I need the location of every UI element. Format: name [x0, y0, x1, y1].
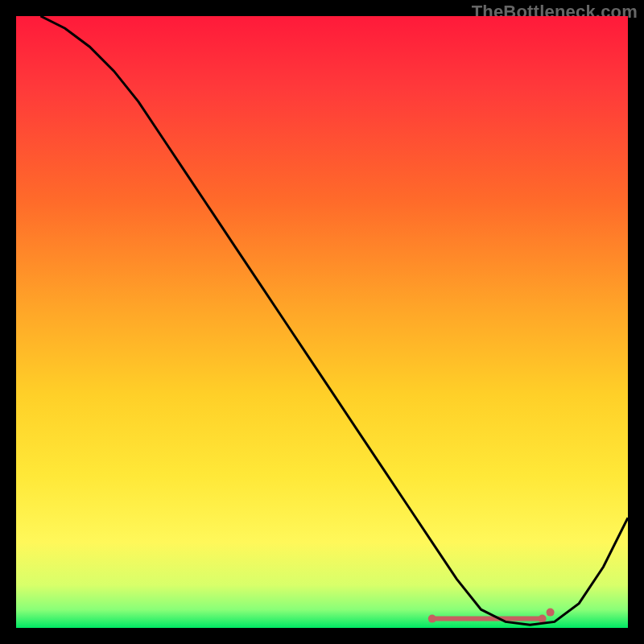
plot-area [16, 16, 628, 628]
chart-container: TheBottleneck.com [0, 0, 644, 644]
svg-point-2 [539, 615, 547, 623]
chart-svg [16, 16, 628, 628]
svg-point-1 [428, 615, 436, 623]
svg-point-3 [547, 609, 555, 617]
gradient-background [16, 16, 628, 628]
